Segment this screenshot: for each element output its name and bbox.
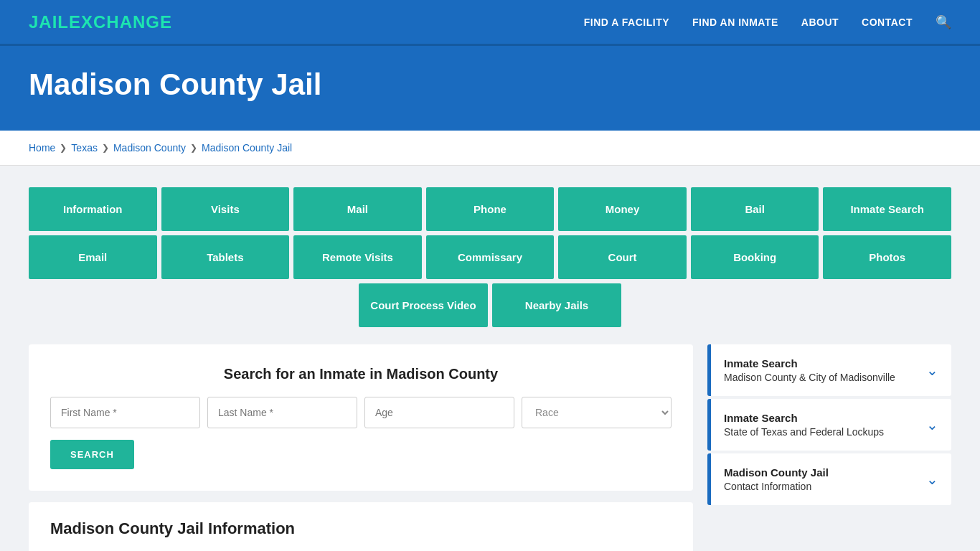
btn-remote-visits[interactable]: Remote Visits	[293, 235, 422, 279]
sidebar-item-title-2: Inmate Search	[724, 412, 919, 424]
breadcrumb-sep-3: ❯	[190, 143, 197, 153]
btn-email[interactable]: Email	[29, 235, 157, 279]
chevron-down-icon-2: ⌄	[926, 416, 938, 433]
chevron-down-icon-3: ⌄	[926, 471, 938, 488]
nav-button-row-2: Email Tablets Remote Visits Commissary C…	[29, 235, 951, 279]
info-title: Madison County Jail Information	[50, 519, 672, 538]
breadcrumb-texas[interactable]: Texas	[71, 142, 98, 154]
sidebar: Inmate Search Madison County & City of M…	[707, 344, 951, 508]
sidebar-item-sub-3: Contact Information	[724, 481, 919, 492]
search-icon[interactable]: 🔍	[936, 14, 951, 30]
first-name-input[interactable]	[50, 397, 200, 428]
sidebar-item-sub-2: State of Texas and Federal Lockups	[724, 426, 919, 438]
breadcrumb-current: Madison County Jail	[202, 142, 292, 154]
btn-commissary[interactable]: Commissary	[426, 235, 555, 279]
btn-tablets[interactable]: Tablets	[161, 235, 290, 279]
navbar: JAILEXCHANGE FIND A FACILITY FIND AN INM…	[0, 0, 980, 46]
nav-about[interactable]: ABOUT	[801, 17, 839, 28]
sidebar-item-text-1: Inmate Search Madison County & City of M…	[724, 357, 919, 383]
nav-find-inmate[interactable]: FIND AN INMATE	[692, 17, 778, 28]
sidebar-item-title-1: Inmate Search	[724, 357, 919, 369]
btn-bail[interactable]: Bail	[691, 187, 819, 231]
sidebar-item-text-2: Inmate Search State of Texas and Federal…	[724, 412, 919, 438]
logo-jail: JAIL	[29, 12, 69, 32]
btn-money[interactable]: Money	[558, 187, 687, 231]
sidebar-item-text-3: Madison County Jail Contact Information	[724, 466, 919, 492]
btn-phone[interactable]: Phone	[426, 187, 555, 231]
age-input[interactable]	[364, 397, 514, 428]
sidebar-item-contact[interactable]: Madison County Jail Contact Information …	[707, 453, 951, 505]
info-section: Madison County Jail Information	[29, 502, 693, 551]
sidebar-item-inmate-search-texas[interactable]: Inmate Search State of Texas and Federal…	[707, 399, 951, 451]
breadcrumb-madison-county[interactable]: Madison County	[113, 142, 186, 154]
sidebar-item-inmate-search-madison[interactable]: Inmate Search Madison County & City of M…	[707, 344, 951, 396]
btn-photos[interactable]: Photos	[823, 235, 951, 279]
search-button[interactable]: SEARCH	[50, 440, 134, 469]
breadcrumb-home[interactable]: Home	[29, 142, 55, 154]
nav-contact[interactable]: CONTACT	[862, 17, 913, 28]
breadcrumb-sep-1: ❯	[60, 143, 67, 153]
btn-court-process-video[interactable]: Court Process Video	[359, 283, 488, 327]
btn-nearby-jails[interactable]: Nearby Jails	[492, 283, 621, 327]
content-row: Search for an Inmate in Madison County R…	[29, 344, 951, 551]
breadcrumb: Home ❯ Texas ❯ Madison County ❯ Madison …	[29, 142, 951, 154]
search-title: Search for an Inmate in Madison County	[50, 366, 672, 382]
nav-button-row-1: Information Visits Mail Phone Money Bail…	[29, 187, 951, 231]
nav-button-row-3: Court Process Video Nearby Jails	[29, 283, 951, 327]
btn-information[interactable]: Information	[29, 187, 157, 231]
chevron-down-icon-1: ⌄	[926, 362, 938, 379]
nav-links: FIND A FACILITY FIND AN INMATE ABOUT CON…	[584, 14, 951, 30]
race-select[interactable]: Race White Black Hispanic Asian Other	[522, 397, 672, 428]
main-area: Information Visits Mail Phone Money Bail…	[0, 166, 980, 551]
hero-banner: Madison County Jail	[0, 46, 980, 131]
last-name-input[interactable]	[207, 397, 357, 428]
logo: JAILEXCHANGE	[29, 12, 172, 32]
logo-exchange: EXCHANGE	[69, 12, 172, 32]
btn-inmate-search[interactable]: Inmate Search	[823, 187, 951, 231]
breadcrumb-bar: Home ❯ Texas ❯ Madison County ❯ Madison …	[0, 131, 980, 166]
left-column: Search for an Inmate in Madison County R…	[29, 344, 693, 551]
inmate-search-box: Search for an Inmate in Madison County R…	[29, 344, 693, 491]
btn-mail[interactable]: Mail	[293, 187, 422, 231]
sidebar-item-title-3: Madison County Jail	[724, 466, 919, 479]
btn-visits[interactable]: Visits	[161, 187, 290, 231]
search-form: Race White Black Hispanic Asian Other	[50, 397, 672, 428]
breadcrumb-sep-2: ❯	[102, 143, 109, 153]
page-title: Madison County Jail	[29, 67, 951, 102]
btn-booking[interactable]: Booking	[691, 235, 819, 279]
btn-court[interactable]: Court	[558, 235, 687, 279]
sidebar-item-sub-1: Madison County & City of Madisonville	[724, 372, 919, 383]
nav-find-facility[interactable]: FIND A FACILITY	[584, 17, 669, 28]
